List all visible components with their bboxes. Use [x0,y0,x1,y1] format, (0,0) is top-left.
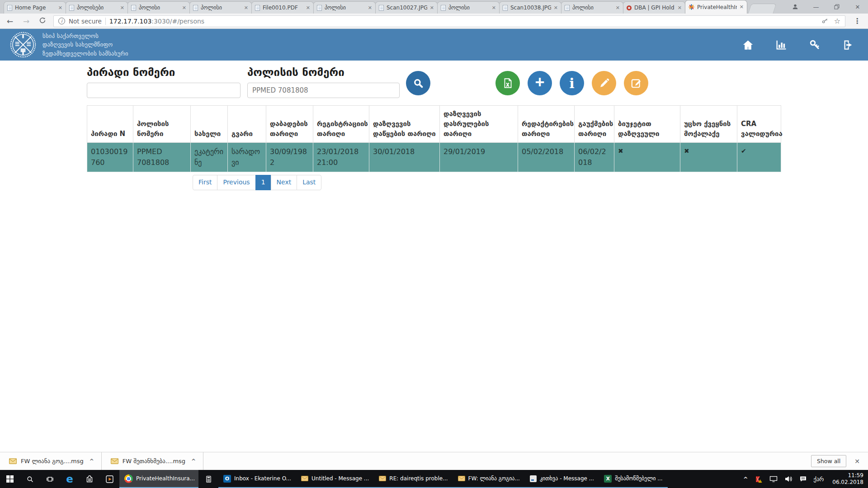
tab-title: PrivateHealthIn [697,4,737,10]
browser-tab-policy-5[interactable]: პოლისი✕ [561,1,623,14]
search-button[interactable] [406,71,430,95]
cell-edit-date[interactable]: 05/02/2018 [518,143,575,172]
browser-tab-pdf[interactable]: File0010.PDF✕ [251,1,314,14]
cell-personal-n[interactable]: 01030019760 [87,143,133,172]
close-window-button[interactable]: ✕ [847,0,868,14]
movies-tv-icon[interactable] [99,470,119,488]
cell-insurance-start[interactable]: 30/01/2018 [369,143,440,172]
back-icon[interactable]: ← [5,17,15,26]
excel-icon: X [604,475,612,483]
tab-close-icon[interactable]: ✕ [244,5,248,11]
policy-number-input[interactable] [247,83,400,98]
add-button[interactable]: + [528,71,552,95]
browser-tab-policy-2[interactable]: პოლისი✕ [189,1,252,14]
cell-first-name[interactable]: ეკატერინე [191,143,228,172]
tab-close-icon[interactable]: ✕ [306,5,310,11]
download-item-2[interactable]: FW შეთანხმება....msg ^ [102,452,203,470]
home-icon[interactable] [741,38,754,51]
chevron-up-icon[interactable]: ^ [90,458,94,465]
export-excel-button[interactable] [495,71,520,95]
cell-last-name[interactable]: სარადოვი [228,143,266,172]
taskbar-window-message-kitxva[interactable]: კითხვა - Message ... [525,470,599,488]
volume-icon[interactable] [784,475,793,483]
reload-icon[interactable] [37,17,48,26]
show-all-downloads-button[interactable]: Show all [811,455,846,467]
antivirus-icon[interactable] [755,475,763,483]
taskbar-window-chrome[interactable]: PrivateHealthInsura... [119,470,198,488]
browser-tab-scan1[interactable]: Scan10027.JPG✕ [375,1,438,14]
taskbar-clock[interactable]: 11:59 06.02.2018 [830,472,863,486]
chrome-icon [124,474,133,483]
taskbar-window-outlook-inbox[interactable]: O Inbox - Ekaterine O... [218,470,296,488]
taskbar-window-excel[interactable]: X შესამოწმებელი ... [599,470,668,488]
taskbar-window-message-fw[interactable]: FW: ლიანა გოგია... [453,470,525,488]
start-button[interactable] [0,470,20,488]
tab-close-icon[interactable]: ✕ [182,5,186,11]
tray-expand-icon[interactable]: ^ [743,476,748,483]
close-download-bar-icon[interactable]: ✕ [854,458,860,465]
cell-policy-number[interactable]: PPMED 7081808 [133,143,191,172]
forward-icon[interactable]: → [21,17,32,26]
language-indicator[interactable]: ქარ [814,476,824,483]
pagination-previous[interactable]: Previous [217,175,255,190]
taskbar-window-message-re[interactable]: RE: daireqtis proble... [374,470,453,488]
chevron-up-icon[interactable]: ^ [191,458,196,465]
browser-tab-policy-4[interactable]: პოლისი✕ [437,1,500,14]
tab-close-icon[interactable]: ✕ [554,5,558,11]
cell-cancel-date[interactable]: 06/02/2018 [575,143,614,172]
restore-button[interactable] [826,0,847,14]
tab-close-icon[interactable]: ✕ [492,5,496,11]
taskbar-search-icon[interactable] [20,470,40,488]
pagination-next[interactable]: Next [271,175,297,190]
browser-tab-policy-1[interactable]: პოლისი✕ [127,1,190,14]
store-icon[interactable] [80,470,99,488]
cell-insurance-end[interactable]: 29/01/2019 [440,143,518,172]
pagination-first[interactable]: First [193,175,217,190]
info-icon[interactable]: i [58,18,65,24]
cell-budget-insured-cross-icon[interactable]: ✖ [614,143,680,172]
key-nav-icon[interactable] [808,38,821,51]
browser-tab-home[interactable]: Home Page✕ [4,1,66,14]
personal-number-input[interactable] [87,83,241,98]
cell-cra-valid-check-icon[interactable]: ✔ [737,143,781,172]
address-bar[interactable]: i Not secure 172.17.7.103:3030/#/persons… [53,15,845,27]
tab-title: პოლისები [77,5,118,11]
download-item-1[interactable]: FW ლიანა გოგ....msg ^ [0,452,102,470]
browser-tab-scan2[interactable]: Scan10038.JPG✕ [499,1,561,14]
browser-tab-policies[interactable]: პოლისები✕ [66,1,128,14]
taskbar-window-message-untitled[interactable]: Untitled - Message ... [296,470,374,488]
cell-registration-date[interactable]: 23/01/2018 21:00 [313,143,369,172]
tab-close-icon[interactable]: ✕ [120,5,124,11]
browser-tab-active-privatehealth[interactable]: PrivateHealthIn✕ [685,0,747,14]
bar-chart-icon[interactable] [775,38,788,51]
tab-close-icon[interactable]: ✕ [368,5,372,11]
pagination-last[interactable]: Last [297,175,321,190]
info-button[interactable]: i [560,71,584,95]
chrome-menu-icon[interactable]: ⋮ [851,17,863,25]
action-center-icon[interactable] [799,475,807,483]
cell-foreign-citizen-cross-icon[interactable]: ✖ [680,143,737,172]
key-icon[interactable] [821,18,829,25]
profile-icon[interactable] [785,0,806,14]
col-cra-valid: CRA ვალიდურია [737,106,781,143]
new-tab-button[interactable] [748,4,776,14]
tab-close-icon[interactable]: ✕ [58,5,62,11]
edge-icon[interactable]: e [60,470,80,488]
tab-close-icon[interactable]: ✕ [616,5,620,11]
tab-close-icon[interactable]: ✕ [430,5,434,11]
cell-birth-date[interactable]: 30/09/1982 [266,143,313,172]
edit-pencil-button[interactable] [592,71,616,95]
calculator-icon[interactable] [198,470,218,488]
minimize-button[interactable]: — [806,0,826,14]
sign-out-icon[interactable] [842,38,854,51]
browser-tab-dba[interactable]: DBA | GPI Hold✕ [623,1,685,14]
pagination-page-1[interactable]: 1 [255,175,271,190]
task-view-icon[interactable] [40,470,60,488]
browser-tab-policy-3[interactable]: პოლისი✕ [313,1,376,14]
table-row-selected[interactable]: 01030019760 PPMED 7081808 ეკატერინე სარა… [87,143,781,172]
edit-form-button[interactable] [624,71,648,95]
network-display-icon[interactable] [769,475,778,483]
bookmark-star-icon[interactable]: ☆ [834,17,840,25]
tab-close-icon[interactable]: ✕ [678,5,682,11]
tab-close-icon[interactable]: ✕ [740,4,744,10]
